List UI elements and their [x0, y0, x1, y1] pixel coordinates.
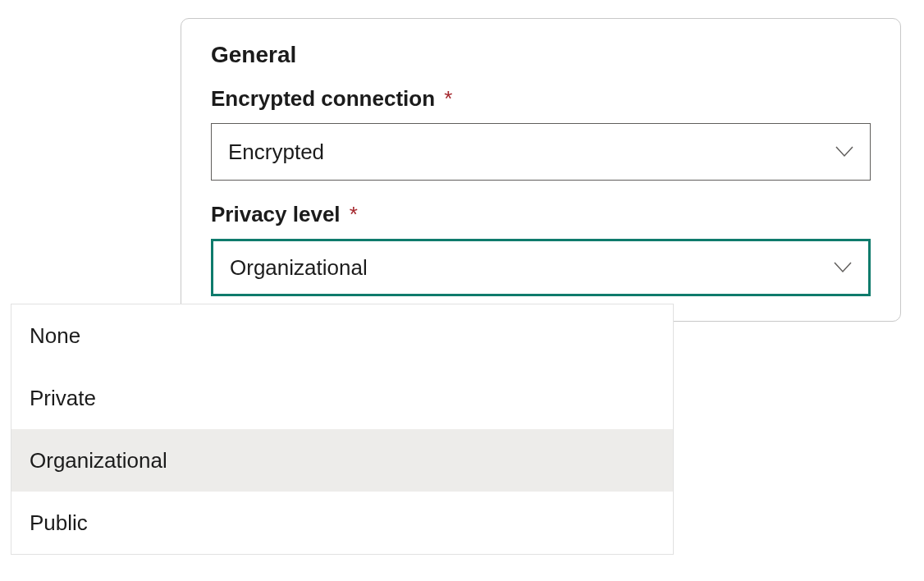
privacy-level-option-private[interactable]: Private — [11, 367, 673, 429]
encrypted-connection-value: Encrypted — [228, 140, 324, 165]
encrypted-connection-label-text: Encrypted connection — [211, 86, 435, 111]
privacy-level-label: Privacy level * — [211, 202, 871, 227]
privacy-level-value: Organizational — [230, 255, 368, 281]
chevron-down-icon — [835, 146, 853, 158]
privacy-level-option-none[interactable]: None — [11, 304, 673, 367]
section-title: General — [211, 42, 871, 68]
general-settings-panel: General Encrypted connection * Encrypted… — [181, 18, 901, 322]
option-label: Public — [30, 510, 88, 536]
privacy-level-option-organizational[interactable]: Organizational — [11, 429, 673, 492]
required-asterisk: * — [350, 202, 358, 226]
chevron-down-icon — [834, 262, 852, 273]
privacy-level-option-public[interactable]: Public — [11, 492, 673, 554]
option-label: Organizational — [30, 448, 167, 473]
encrypted-connection-label: Encrypted connection * — [211, 86, 871, 112]
required-asterisk: * — [444, 86, 452, 111]
option-label: None — [30, 323, 80, 349]
option-label: Private — [30, 386, 96, 411]
privacy-level-dropdown[interactable]: Organizational — [211, 239, 871, 296]
encrypted-connection-dropdown[interactable]: Encrypted — [211, 123, 871, 181]
privacy-level-dropdown-list: None Private Organizational Public — [11, 304, 674, 555]
privacy-level-label-text: Privacy level — [211, 202, 341, 226]
